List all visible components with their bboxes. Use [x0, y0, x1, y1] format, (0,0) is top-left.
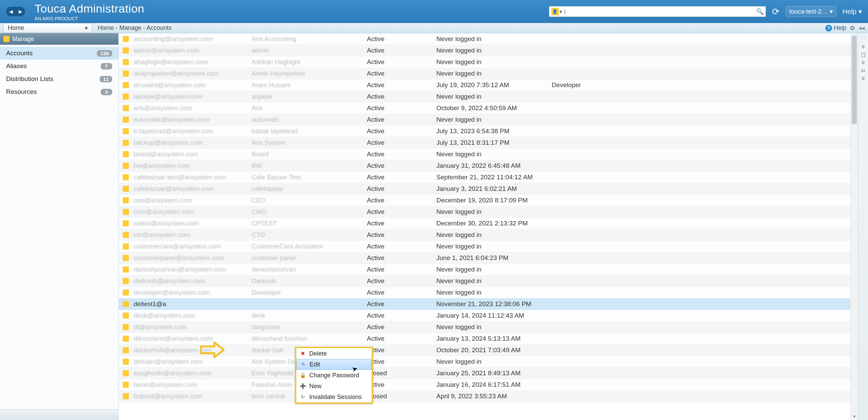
- sidebar-item-aliases[interactable]: Aliases7: [0, 60, 118, 73]
- sidebar-item-label: Aliases: [6, 62, 27, 70]
- cell-name: Board: [252, 151, 367, 158]
- rail-icon-1[interactable]: 📄: [860, 35, 867, 42]
- rail-icon-2[interactable]: 📋: [860, 51, 867, 58]
- cell-status: Active: [367, 358, 436, 365]
- table-row[interactable]: dockerhub@arisystem.comdocker hubActiveO…: [119, 344, 858, 356]
- table-row[interactable]: ceo@arisystem.comCEOActiveDecember 19, 2…: [119, 195, 858, 206]
- cell-login: September 21, 2022 11:04:12 AM: [436, 174, 552, 181]
- table-row[interactable]: aris@arisystem.comArisActiveOctober 9, 2…: [119, 102, 858, 114]
- table-row[interactable]: cafebazaar-test@arisystem.comCafe Bazaar…: [119, 172, 858, 183]
- row-icon-cell: [119, 232, 133, 238]
- person-icon: [123, 140, 129, 146]
- table-row[interactable]: ahaghigh@arisystem.comAshkan HaghighiAct…: [119, 56, 858, 68]
- collapse-icon[interactable]: ◀◀: [859, 26, 865, 31]
- sidebar-item-distribution-lists[interactable]: Distribution Lists11: [0, 73, 118, 85]
- table-row[interactable]: darkoub@arisystem.comDarkoubActiveNever …: [119, 275, 858, 287]
- scroll-thumb[interactable]: [852, 36, 857, 124]
- table-row[interactable]: customercare@arisystem.comCustomerCare A…: [119, 241, 858, 252]
- cell-email: dl@arisystem.com: [133, 323, 252, 331]
- table-row[interactable]: b.tayebirad@arisystem.combabak tayebirad…: [119, 125, 858, 137]
- cell-login: Never logged in: [436, 70, 552, 77]
- cell-status: Active: [367, 47, 436, 54]
- table-row[interactable]: board@arisystem.comBoardActiveNever logg…: [119, 148, 858, 160]
- cell-email: customercare@arisystem.com: [133, 243, 252, 250]
- dropdown-caret-icon[interactable]: ▾: [559, 8, 563, 15]
- table-row[interactable]: cptest@arisystem.comCPTESTActiveDecember…: [119, 218, 858, 229]
- table-row[interactable]: cto@arisystem.comCTOActiveNever logged i…: [119, 229, 858, 241]
- search-icon[interactable]: 🔍: [756, 8, 764, 15]
- sidebar-item-resources[interactable]: Resources3: [0, 85, 118, 98]
- cell-status: Active: [367, 197, 436, 204]
- table-row[interactable]: ahayrapetion@arisystem.comArmin Hayrapet…: [119, 68, 858, 79]
- person-icon: [123, 243, 129, 249]
- person-icon: [123, 313, 129, 319]
- refresh-icon[interactable]: ⟳: [772, 6, 780, 17]
- help-menu[interactable]: Help ▾: [843, 7, 862, 16]
- ctx-item-change-password[interactable]: 🔒Change Password: [296, 370, 372, 381]
- person-icon: [123, 82, 129, 88]
- table-row[interactable]: cafebazaar@arisystem.comcafebazaarActive…: [119, 183, 858, 195]
- table-row[interactable]: admin@arisystem.comadminActiveNever logg…: [119, 45, 858, 56]
- nav-back-forward[interactable]: ◀ ▶: [6, 7, 25, 16]
- table-row[interactable]: famin@arisystem.comFateshin AminActiveJa…: [119, 379, 858, 391]
- table-row[interactable]: deltest1@aActiveNovember 21, 2023 12:38:…: [119, 298, 858, 310]
- help-button[interactable]: ? Help: [825, 24, 846, 32]
- ctx-item-edit[interactable]: ✎Edit: [296, 359, 372, 370]
- person-icon: [123, 151, 129, 157]
- row-icon-cell: [119, 313, 133, 319]
- ctx-item-delete[interactable]: ✖Delete: [296, 348, 372, 359]
- table-row[interactable]: customerpanel@arisystem.comcustomer pane…: [119, 252, 858, 264]
- cell-status: Active: [367, 35, 436, 43]
- table-row[interactable]: backup@arisystem.comAris SystemActiveJul…: [119, 137, 858, 148]
- row-icon-cell: [119, 289, 133, 296]
- ctx-item-invalidate-sessions[interactable]: ↻Invalidate Sessions: [296, 392, 372, 402]
- person-icon: [123, 174, 129, 180]
- ctx-item-label: New: [309, 383, 321, 390]
- cell-status: Active: [367, 139, 436, 146]
- row-icon-cell: [119, 128, 133, 134]
- table-row[interactable]: fzahedi@arisystem.comfarin zahediClosedA…: [119, 391, 858, 402]
- gear-icon[interactable]: ⚙: [850, 24, 855, 32]
- row-icon-cell: [119, 336, 133, 342]
- sidebar-item-accounts[interactable]: Accounts138: [0, 47, 118, 60]
- table-row[interactable]: dilroozland@arisystem.comdilroozland fun…: [119, 333, 858, 344]
- home-dropdown[interactable]: Home ▾: [3, 23, 92, 33]
- sidebar-header[interactable]: Manage: [0, 33, 118, 45]
- annotation-arrow-icon: [200, 342, 224, 358]
- table-row[interactable]: eyaghoobi@arisystem.comEres YaghoobiClos…: [119, 367, 858, 379]
- table-row[interactable]: domain@arisystem.comAris System DomainAc…: [119, 356, 858, 367]
- sidebar-item-label: Resources: [6, 88, 37, 96]
- ctx-item-new[interactable]: ➕New: [296, 381, 372, 392]
- cell-email: ahusaini@arisystem.com: [133, 81, 252, 89]
- table-row[interactable]: cmo@arisystem.comCMOActiveNever logged i…: [119, 206, 858, 218]
- table-row[interactable]: apoeyk@arisystem.comaupeykActiveNever lo…: [119, 91, 858, 102]
- cell-name: CPTEST: [252, 220, 367, 227]
- search-box[interactable]: 👤 ▾ | 🔍: [549, 6, 766, 17]
- table-row[interactable]: developer@arisystem.comDeveloperActiveNe…: [119, 287, 858, 298]
- row-icon-cell: [119, 324, 133, 330]
- rail-icon-3[interactable]: 🏷: [860, 67, 867, 74]
- cell-login: July 13, 2021 8:31:17 PM: [436, 139, 552, 146]
- chevron-down-icon: ▾: [830, 8, 833, 15]
- scroll-down-icon[interactable]: ▾: [851, 414, 858, 419]
- cell-name: dilroozland function: [252, 335, 367, 342]
- table-row[interactable]: accounting@arisystem.comAris AccountingA…: [119, 33, 858, 45]
- user-menu[interactable]: touca-test-2… ▾: [786, 6, 836, 17]
- table-row[interactable]: dl@arisystem.comdargozianActiveNever log…: [119, 321, 858, 333]
- cell-name: Aris: [252, 104, 367, 112]
- cell-name: Cafe Bazaar Test: [252, 174, 367, 181]
- table-row[interactable]: desk@arisystem.comdeskActiveJanuary 14, …: [119, 310, 858, 321]
- table-row[interactable]: daneshpoorvan@arisystem.comdaneshpoorvan…: [119, 264, 858, 275]
- table-row[interactable]: automatic@arisystem.comautomaticActiveNe…: [119, 114, 858, 125]
- cell-login: April 9, 2022 3:55:23 AM: [436, 393, 552, 400]
- table-row[interactable]: bw@arisystem.comBWActiveJanuary 31, 2022…: [119, 160, 858, 172]
- vertical-scrollbar[interactable]: ▾: [850, 33, 858, 420]
- sidebar-item-count: 7: [101, 63, 112, 69]
- row-icon-cell: [119, 243, 133, 249]
- breadcrumb[interactable]: Home - Manage - Accounts: [92, 23, 822, 33]
- table-row[interactable]: ahusaini@arisystem.comAram HusainiActive…: [119, 79, 858, 91]
- search-input[interactable]: [567, 7, 756, 16]
- cell-status: Active: [367, 300, 436, 308]
- edit-icon: ✎: [300, 361, 306, 367]
- grid-body: accounting@arisystem.comAris AccountingA…: [119, 33, 858, 420]
